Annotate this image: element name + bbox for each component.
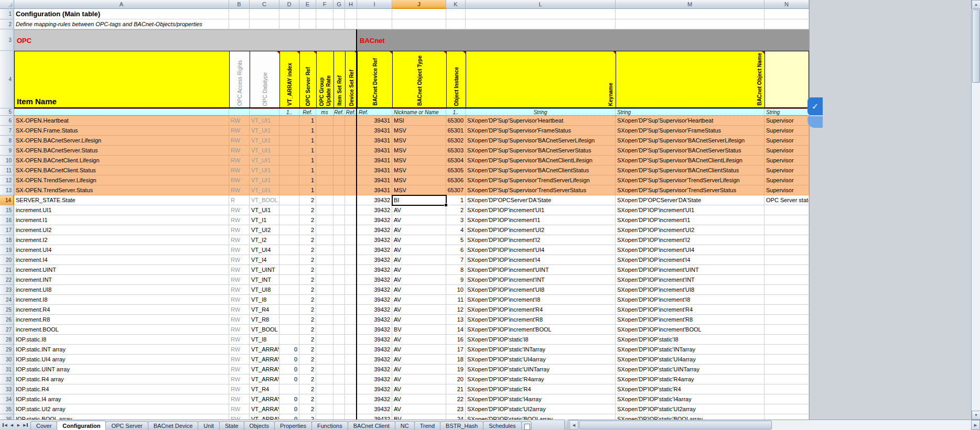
- cell-L36[interactable]: SXopen'DP'IOP'static'BOOLarray: [466, 414, 616, 420]
- subheader-H[interactable]: Ref.: [345, 108, 357, 116]
- subheader-B[interactable]: [229, 108, 250, 116]
- cell-L7[interactable]: SXopen'DP'Sup'Supervisor'FrameStatus: [466, 126, 616, 136]
- column-header-A[interactable]: A: [14, 0, 229, 9]
- row-header-16[interactable]: 16: [0, 215, 14, 225]
- cell-D26[interactable]: [279, 315, 299, 325]
- cell-I10[interactable]: 39431: [357, 156, 392, 166]
- cell-I14[interactable]: 39432: [357, 195, 392, 205]
- tab-nav-last-sheet-button[interactable]: ▶: [22, 420, 29, 430]
- cell-E13[interactable]: 1: [299, 185, 316, 195]
- cell-D1[interactable]: [279, 9, 299, 19]
- column-header-H[interactable]: H: [345, 0, 357, 9]
- row-header-2[interactable]: 2: [0, 19, 14, 29]
- cell-J25[interactable]: AV: [392, 305, 446, 315]
- cell-J18[interactable]: AV: [392, 235, 446, 245]
- cell-B6[interactable]: RW: [229, 116, 250, 126]
- cell-H24[interactable]: [345, 295, 357, 305]
- insert-worksheet-tab[interactable]: [521, 421, 532, 430]
- cell-F36[interactable]: [316, 414, 333, 420]
- sheet-tab-unit[interactable]: Unit: [198, 421, 220, 430]
- overlay-tab[interactable]: [807, 116, 823, 128]
- column-header-label-B[interactable]: OPC Access Rights: [229, 51, 250, 108]
- cell-F34[interactable]: [316, 394, 333, 404]
- vertical-scroll-thumb[interactable]: [972, 9, 980, 83]
- cell-L19[interactable]: SXopen'DP'IOP'increment'UI4: [466, 245, 616, 255]
- cell-M17[interactable]: SXopen'DP'IOP'increment'UI2: [616, 225, 764, 235]
- column-header-L[interactable]: L: [466, 0, 616, 9]
- cell-A35[interactable]: IOP.static.UI2 array: [14, 404, 229, 414]
- cell-I20[interactable]: 39432: [357, 255, 392, 265]
- cell-G17[interactable]: [333, 225, 345, 235]
- cell-C16[interactable]: VT_I1: [250, 215, 279, 225]
- cell-B30[interactable]: RW: [229, 355, 250, 365]
- cell-M22[interactable]: SXopen'DP'IOP'increment'INT: [616, 275, 764, 285]
- cell-D28[interactable]: [279, 335, 299, 345]
- cell-H9[interactable]: [345, 146, 357, 156]
- cell-B26[interactable]: RW: [229, 315, 250, 325]
- cell-J36[interactable]: BV: [392, 414, 446, 420]
- cell-G23[interactable]: [333, 285, 345, 295]
- cell-C11[interactable]: VT_UI1: [250, 166, 279, 175]
- row-header-17[interactable]: 17: [0, 225, 14, 235]
- row-header-8[interactable]: 8: [0, 136, 14, 146]
- column-header-F[interactable]: F: [316, 0, 333, 9]
- column-header-G[interactable]: G: [333, 0, 345, 9]
- cell-C13[interactable]: VT_UI1: [250, 185, 279, 195]
- cell-B10[interactable]: RW: [229, 156, 250, 166]
- cell-H26[interactable]: [345, 315, 357, 325]
- cell-G11[interactable]: [333, 166, 345, 175]
- cell-N12[interactable]: Supervisor: [764, 175, 809, 185]
- cell-M18[interactable]: SXopen'DP'IOP'increment'I2: [616, 235, 764, 245]
- cell-H25[interactable]: [345, 305, 357, 315]
- cell-H12[interactable]: [345, 175, 357, 185]
- cell-H18[interactable]: [345, 235, 357, 245]
- tab-nav-first-sheet-button[interactable]: ◀: [2, 420, 8, 430]
- cell-K13[interactable]: 65307: [446, 185, 466, 195]
- cell-K19[interactable]: 6: [446, 245, 466, 255]
- sheet-tab-bacnet-device[interactable]: BACnet Device: [148, 421, 199, 430]
- cell-G2[interactable]: [333, 19, 345, 29]
- row-header-18[interactable]: 18: [0, 235, 14, 245]
- cell-B11[interactable]: RW: [229, 166, 250, 175]
- cell-G34[interactable]: [333, 394, 345, 404]
- cell-E17[interactable]: 2: [299, 225, 316, 235]
- cell-F17[interactable]: [316, 225, 333, 235]
- cell-I32[interactable]: 39432: [357, 374, 392, 384]
- cell-M15[interactable]: SXopen'DP'IOP'increment'UI1: [616, 205, 764, 215]
- cell-N13[interactable]: Supervisor: [764, 185, 809, 195]
- cell-A28[interactable]: IOP.static.I8: [14, 335, 229, 345]
- cell-J22[interactable]: AV: [392, 275, 446, 285]
- cell-K27[interactable]: 14: [446, 325, 466, 335]
- cell-K8[interactable]: 65302: [446, 136, 466, 146]
- cell-A12[interactable]: SX-OPEN.TrendServer.Lifesign: [14, 175, 229, 185]
- cell-H30[interactable]: [345, 355, 357, 365]
- cell-N2[interactable]: [764, 19, 809, 29]
- cell-F33[interactable]: [316, 384, 333, 394]
- row-header-21[interactable]: 21: [0, 265, 14, 275]
- active-cell-selection[interactable]: [392, 195, 447, 206]
- cell-A7[interactable]: SX-OPEN.Frame.Status: [14, 126, 229, 136]
- cell-B13[interactable]: RW: [229, 185, 250, 195]
- column-header-K[interactable]: K: [446, 0, 466, 9]
- cell-M2[interactable]: [616, 19, 764, 29]
- cell-E35[interactable]: 2: [299, 404, 316, 414]
- column-header-label-J[interactable]: BACnet Object Type: [392, 51, 446, 108]
- cell-H6[interactable]: [345, 116, 357, 126]
- cell-G35[interactable]: [333, 404, 345, 414]
- cell-K23[interactable]: 10: [446, 285, 466, 295]
- cell-E10[interactable]: 1: [299, 156, 316, 166]
- cell-K15[interactable]: 2: [446, 205, 466, 215]
- cell-N9[interactable]: Supervisor: [764, 146, 809, 156]
- cell-L26[interactable]: SXopen'DP'IOP'increment'R8: [466, 315, 616, 325]
- cell-B8[interactable]: RW: [229, 136, 250, 146]
- cell-G22[interactable]: [333, 275, 345, 285]
- cell-J7[interactable]: MSV: [392, 126, 446, 136]
- cell-C8[interactable]: VT_UI1: [250, 136, 279, 146]
- horizontal-scroll-thumb[interactable]: [579, 421, 772, 429]
- cell-I26[interactable]: 39432: [357, 315, 392, 325]
- cell-L1[interactable]: [466, 9, 616, 19]
- cell-N36[interactable]: [764, 414, 809, 420]
- cell-K26[interactable]: 13: [446, 315, 466, 325]
- cell-E9[interactable]: 1: [299, 146, 316, 156]
- cell-D24[interactable]: [279, 295, 299, 305]
